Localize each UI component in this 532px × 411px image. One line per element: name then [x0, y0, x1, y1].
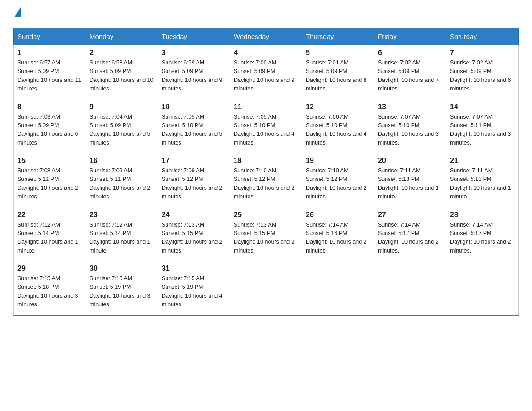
day-number: 22	[17, 211, 82, 219]
day-number: 11	[234, 103, 298, 111]
day-cell: 17Sunrise: 7:09 AMSunset: 5:12 PMDayligh…	[158, 153, 230, 207]
day-number: 7	[450, 49, 515, 57]
day-number: 28	[450, 211, 515, 219]
day-cell: 30Sunrise: 7:15 AMSunset: 5:19 PMDayligh…	[86, 261, 158, 315]
day-info: Sunrise: 7:04 AMSunset: 5:09 PMDaylight:…	[90, 113, 154, 148]
day-number: 12	[306, 103, 370, 111]
col-header-saturday: Saturday	[446, 28, 519, 45]
day-cell: 6Sunrise: 7:02 AMSunset: 5:09 PMDaylight…	[374, 45, 446, 99]
day-cell: 11Sunrise: 7:05 AMSunset: 5:10 PMDayligh…	[230, 99, 302, 153]
day-info: Sunrise: 6:59 AMSunset: 5:09 PMDaylight:…	[162, 59, 226, 94]
day-number: 31	[162, 265, 226, 273]
day-number: 9	[90, 103, 154, 111]
col-header-friday: Friday	[374, 28, 446, 45]
day-info: Sunrise: 7:10 AMSunset: 5:12 PMDaylight:…	[234, 167, 298, 201]
day-info: Sunrise: 7:10 AMSunset: 5:12 PMDaylight:…	[306, 167, 370, 201]
day-cell: 22Sunrise: 7:12 AMSunset: 5:14 PMDayligh…	[14, 207, 86, 261]
day-cell: 27Sunrise: 7:14 AMSunset: 5:17 PMDayligh…	[374, 207, 446, 261]
week-row-4: 22Sunrise: 7:12 AMSunset: 5:14 PMDayligh…	[14, 207, 519, 261]
day-cell: 28Sunrise: 7:14 AMSunset: 5:17 PMDayligh…	[446, 207, 519, 261]
day-number: 25	[234, 211, 298, 219]
day-info: Sunrise: 7:07 AMSunset: 5:11 PMDaylight:…	[450, 113, 515, 148]
day-cell	[446, 261, 519, 315]
day-number: 18	[234, 157, 298, 165]
day-cell	[374, 261, 446, 315]
day-cell: 3Sunrise: 6:59 AMSunset: 5:09 PMDaylight…	[158, 45, 230, 99]
week-row-3: 15Sunrise: 7:08 AMSunset: 5:11 PMDayligh…	[14, 153, 519, 207]
day-info: Sunrise: 7:05 AMSunset: 5:10 PMDaylight:…	[162, 113, 226, 148]
day-cell: 12Sunrise: 7:06 AMSunset: 5:10 PMDayligh…	[302, 99, 374, 153]
day-info: Sunrise: 7:09 AMSunset: 5:11 PMDaylight:…	[90, 167, 154, 201]
day-cell: 7Sunrise: 7:02 AMSunset: 5:09 PMDaylight…	[446, 45, 519, 99]
week-row-2: 8Sunrise: 7:03 AMSunset: 5:09 PMDaylight…	[14, 99, 519, 153]
day-info: Sunrise: 7:11 AMSunset: 5:13 PMDaylight:…	[450, 167, 515, 201]
day-cell: 26Sunrise: 7:14 AMSunset: 5:16 PMDayligh…	[302, 207, 374, 261]
day-info: Sunrise: 7:08 AMSunset: 5:11 PMDaylight:…	[17, 167, 82, 201]
day-number: 1	[17, 49, 82, 57]
day-info: Sunrise: 7:07 AMSunset: 5:10 PMDaylight:…	[378, 113, 442, 148]
day-info: Sunrise: 7:02 AMSunset: 5:09 PMDaylight:…	[450, 59, 515, 94]
day-info: Sunrise: 7:09 AMSunset: 5:12 PMDaylight:…	[162, 167, 226, 201]
day-cell: 13Sunrise: 7:07 AMSunset: 5:10 PMDayligh…	[374, 99, 446, 153]
day-cell: 14Sunrise: 7:07 AMSunset: 5:11 PMDayligh…	[446, 99, 519, 153]
day-cell: 19Sunrise: 7:10 AMSunset: 5:12 PMDayligh…	[302, 153, 374, 207]
col-header-sunday: Sunday	[14, 28, 86, 45]
day-info: Sunrise: 7:05 AMSunset: 5:10 PMDaylight:…	[234, 113, 298, 148]
day-number: 20	[378, 157, 442, 165]
day-number: 16	[90, 157, 154, 165]
day-info: Sunrise: 7:11 AMSunset: 5:13 PMDaylight:…	[378, 167, 442, 201]
day-number: 24	[162, 211, 226, 219]
day-cell: 20Sunrise: 7:11 AMSunset: 5:13 PMDayligh…	[374, 153, 446, 207]
day-number: 6	[378, 49, 442, 57]
day-cell: 24Sunrise: 7:13 AMSunset: 5:15 PMDayligh…	[158, 207, 230, 261]
day-cell: 4Sunrise: 7:00 AMSunset: 5:09 PMDaylight…	[230, 45, 302, 99]
day-cell: 23Sunrise: 7:12 AMSunset: 5:14 PMDayligh…	[86, 207, 158, 261]
day-number: 2	[90, 49, 154, 57]
page-header	[13, 9, 519, 19]
col-header-monday: Monday	[86, 28, 158, 45]
day-cell	[302, 261, 374, 315]
day-number: 4	[234, 49, 298, 57]
day-info: Sunrise: 6:58 AMSunset: 5:09 PMDaylight:…	[90, 59, 154, 94]
day-number: 15	[17, 157, 82, 165]
day-number: 30	[90, 265, 154, 273]
day-info: Sunrise: 7:15 AMSunset: 5:19 PMDaylight:…	[162, 274, 226, 309]
day-info: Sunrise: 7:02 AMSunset: 5:09 PMDaylight:…	[378, 59, 442, 94]
day-info: Sunrise: 7:14 AMSunset: 5:16 PMDaylight:…	[306, 221, 370, 256]
day-info: Sunrise: 7:13 AMSunset: 5:15 PMDaylight:…	[162, 221, 226, 256]
day-cell: 16Sunrise: 7:09 AMSunset: 5:11 PMDayligh…	[86, 153, 158, 207]
day-cell: 18Sunrise: 7:10 AMSunset: 5:12 PMDayligh…	[230, 153, 302, 207]
col-header-thursday: Thursday	[302, 28, 374, 45]
day-info: Sunrise: 7:00 AMSunset: 5:09 PMDaylight:…	[234, 59, 298, 94]
week-row-1: 1Sunrise: 6:57 AMSunset: 5:09 PMDaylight…	[14, 45, 519, 99]
day-cell: 2Sunrise: 6:58 AMSunset: 5:09 PMDaylight…	[86, 45, 158, 99]
day-info: Sunrise: 6:57 AMSunset: 5:09 PMDaylight:…	[17, 59, 82, 94]
day-info: Sunrise: 7:15 AMSunset: 5:18 PMDaylight:…	[17, 274, 82, 309]
logo-triangle-icon	[14, 7, 21, 17]
day-info: Sunrise: 7:12 AMSunset: 5:14 PMDaylight:…	[90, 221, 154, 256]
day-cell: 15Sunrise: 7:08 AMSunset: 5:11 PMDayligh…	[14, 153, 86, 207]
day-number: 26	[306, 211, 370, 219]
day-info: Sunrise: 7:14 AMSunset: 5:17 PMDaylight:…	[378, 221, 442, 256]
day-cell: 29Sunrise: 7:15 AMSunset: 5:18 PMDayligh…	[14, 261, 86, 315]
day-info: Sunrise: 7:13 AMSunset: 5:15 PMDaylight:…	[234, 221, 298, 256]
day-info: Sunrise: 7:12 AMSunset: 5:14 PMDaylight:…	[17, 221, 82, 256]
day-number: 21	[450, 157, 515, 165]
day-cell: 9Sunrise: 7:04 AMSunset: 5:09 PMDaylight…	[86, 99, 158, 153]
col-header-tuesday: Tuesday	[158, 28, 230, 45]
week-row-5: 29Sunrise: 7:15 AMSunset: 5:18 PMDayligh…	[14, 261, 519, 315]
day-number: 13	[378, 103, 442, 111]
day-number: 10	[162, 103, 226, 111]
calendar-table: SundayMondayTuesdayWednesdayThursdayFrid…	[13, 28, 519, 316]
day-cell: 5Sunrise: 7:01 AMSunset: 5:09 PMDaylight…	[302, 45, 374, 99]
day-cell: 25Sunrise: 7:13 AMSunset: 5:15 PMDayligh…	[230, 207, 302, 261]
logo	[13, 9, 21, 19]
day-info: Sunrise: 7:03 AMSunset: 5:09 PMDaylight:…	[17, 113, 82, 148]
day-number: 17	[162, 157, 226, 165]
day-info: Sunrise: 7:06 AMSunset: 5:10 PMDaylight:…	[306, 113, 370, 148]
day-number: 5	[306, 49, 370, 57]
day-info: Sunrise: 7:15 AMSunset: 5:19 PMDaylight:…	[90, 274, 154, 309]
day-number: 23	[90, 211, 154, 219]
day-number: 27	[378, 211, 442, 219]
day-cell: 31Sunrise: 7:15 AMSunset: 5:19 PMDayligh…	[158, 261, 230, 315]
